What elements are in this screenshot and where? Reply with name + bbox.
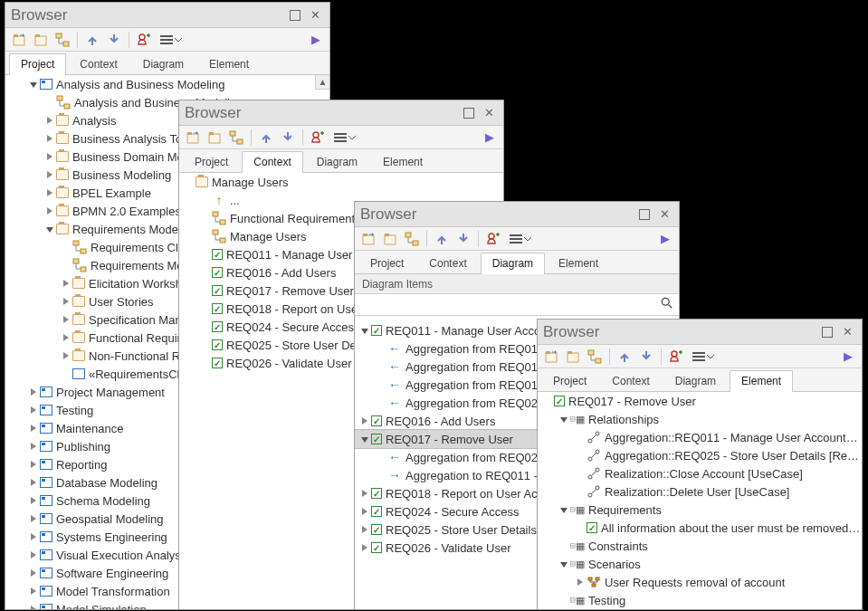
- twisty-icon[interactable]: [358, 541, 371, 554]
- tree-node[interactable]: Aggregation::REQ025 - Store User Details…: [538, 446, 862, 464]
- edit-icon[interactable]: [134, 30, 154, 50]
- maximize-icon[interactable]: [286, 6, 304, 24]
- tree-node[interactable]: Realization::Delete User [UseCase]: [538, 482, 862, 501]
- play-icon[interactable]: ▶: [306, 30, 326, 50]
- twisty-icon[interactable]: [558, 503, 570, 516]
- tab-element[interactable]: Element: [371, 151, 434, 173]
- tab-project[interactable]: Project: [358, 253, 415, 274]
- twisty-icon[interactable]: [27, 494, 40, 507]
- twisty-icon[interactable]: [27, 512, 40, 525]
- twisty-icon[interactable]: [358, 505, 371, 518]
- hamburger-menu-icon[interactable]: [156, 30, 186, 50]
- new-package-icon[interactable]: [31, 30, 51, 50]
- tree-node[interactable]: Requirements: [538, 501, 862, 519]
- nav-back-icon[interactable]: [256, 128, 276, 148]
- nav-forward-icon[interactable]: [636, 347, 656, 367]
- close-icon[interactable]: ✕: [306, 6, 324, 24]
- twisty-icon[interactable]: [574, 576, 587, 588]
- search-input[interactable]: [360, 298, 661, 312]
- nav-back-icon[interactable]: [615, 347, 634, 367]
- twisty-icon[interactable]: [43, 168, 56, 181]
- close-icon[interactable]: ✕: [655, 205, 673, 224]
- twisty-icon[interactable]: [60, 277, 72, 290]
- twisty-icon[interactable]: [358, 324, 371, 337]
- twisty-icon[interactable]: [27, 404, 40, 416]
- nav-forward-icon[interactable]: [278, 128, 298, 148]
- tree-node[interactable]: User Requests removal of account: [538, 573, 862, 591]
- tab-context[interactable]: Context: [242, 151, 302, 173]
- new-package-icon[interactable]: [205, 128, 224, 148]
- twisty-icon[interactable]: [27, 567, 40, 579]
- twisty-icon[interactable]: [558, 413, 570, 425]
- twisty-icon[interactable]: [27, 78, 40, 91]
- tree-node[interactable]: Relationships: [538, 410, 862, 428]
- scroll-up-icon[interactable]: ▲: [315, 75, 329, 90]
- play-icon[interactable]: ▶: [480, 128, 500, 148]
- twisty-icon[interactable]: [27, 549, 40, 561]
- twisty-icon[interactable]: [27, 530, 40, 543]
- new-diagram-icon[interactable]: [402, 229, 422, 249]
- twisty-icon[interactable]: [27, 476, 40, 489]
- tab-diagram[interactable]: Diagram: [131, 53, 196, 75]
- tab-context[interactable]: Context: [68, 53, 129, 75]
- maximize-icon[interactable]: [460, 104, 478, 122]
- nav-back-icon[interactable]: [432, 229, 452, 249]
- play-icon[interactable]: ▶: [655, 229, 675, 249]
- twisty-icon[interactable]: [43, 132, 56, 145]
- new-model-icon[interactable]: [183, 128, 203, 148]
- tree-node[interactable]: All information about the user must be r…: [538, 519, 862, 537]
- twisty-icon[interactable]: [43, 223, 56, 235]
- close-icon[interactable]: ✕: [838, 323, 856, 341]
- nav-forward-icon[interactable]: [104, 30, 124, 50]
- edit-icon[interactable]: [666, 347, 686, 367]
- tree-node[interactable]: Testing: [538, 591, 862, 609]
- twisty-icon[interactable]: [358, 415, 371, 427]
- tab-element[interactable]: Element: [197, 53, 261, 75]
- twisty-icon[interactable]: [43, 186, 56, 199]
- tree-node[interactable]: Manage Users: [179, 173, 503, 191]
- twisty-icon[interactable]: [558, 558, 570, 570]
- hamburger-menu-icon[interactable]: [505, 229, 536, 249]
- twisty-icon[interactable]: [27, 422, 40, 434]
- search-icon[interactable]: [661, 297, 673, 312]
- tree-node[interactable]: REQ017 - Remove User: [538, 392, 862, 410]
- play-icon[interactable]: ▶: [838, 347, 858, 367]
- tree-node[interactable]: Realization::Close Account [UseCase]: [538, 464, 862, 482]
- tab-project[interactable]: Project: [541, 370, 598, 392]
- tab-diagram[interactable]: Diagram: [663, 370, 728, 392]
- hamburger-menu-icon[interactable]: [329, 128, 360, 148]
- new-diagram-icon[interactable]: [52, 30, 72, 50]
- twisty-icon[interactable]: [60, 295, 72, 308]
- twisty-icon[interactable]: [358, 433, 371, 445]
- tree-node[interactable]: Scenarios: [538, 555, 862, 573]
- twisty-icon[interactable]: [60, 313, 72, 326]
- edit-icon[interactable]: [308, 128, 328, 148]
- hamburger-menu-icon[interactable]: [688, 347, 719, 367]
- new-model-icon[interactable]: [9, 30, 29, 50]
- twisty-icon[interactable]: [43, 150, 56, 163]
- nav-back-icon[interactable]: [82, 30, 102, 50]
- new-diagram-icon[interactable]: [226, 128, 246, 148]
- twisty-icon[interactable]: [358, 487, 371, 500]
- tree-node[interactable]: Aggregation::REQ011 - Manage User Accoun…: [538, 428, 862, 446]
- tree-content[interactable]: REQ017 - Remove UserRelationshipsAggrega…: [538, 392, 862, 609]
- twisty-icon[interactable]: [27, 458, 40, 471]
- tab-element[interactable]: Element: [547, 253, 610, 274]
- new-package-icon[interactable]: [563, 347, 583, 367]
- twisty-icon[interactable]: [358, 523, 371, 536]
- new-diagram-icon[interactable]: [585, 347, 605, 367]
- new-package-icon[interactable]: [380, 229, 400, 249]
- tab-diagram[interactable]: Diagram: [305, 151, 369, 173]
- tab-diagram[interactable]: Diagram: [481, 253, 545, 274]
- tab-context[interactable]: Context: [600, 370, 661, 392]
- twisty-icon[interactable]: [43, 205, 56, 217]
- tab-project[interactable]: Project: [183, 151, 240, 173]
- nav-forward-icon[interactable]: [453, 229, 473, 249]
- twisty-icon[interactable]: [27, 440, 40, 453]
- twisty-icon[interactable]: [60, 331, 72, 344]
- twisty-icon[interactable]: [43, 114, 56, 127]
- twisty-icon[interactable]: [27, 585, 40, 597]
- tab-element[interactable]: Element: [730, 370, 793, 392]
- tab-project[interactable]: Project: [9, 53, 66, 75]
- maximize-icon[interactable]: [635, 205, 653, 224]
